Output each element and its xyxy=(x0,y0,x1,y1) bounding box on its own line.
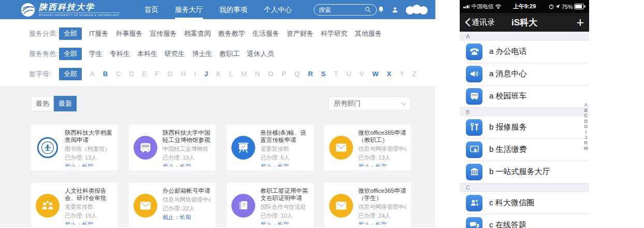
filter-option[interactable]: K xyxy=(216,70,221,78)
search-box[interactable] xyxy=(314,4,377,16)
list-item[interactable]: b 一站式服务大厅 xyxy=(460,161,589,183)
card-body: 人文社科类报告会、研讨会审批党委宣传部已办理: 19人截止：长期 xyxy=(65,187,113,224)
filter-option[interactable]: 资产财务 xyxy=(287,29,314,38)
filter-option[interactable]: 档案查阅 xyxy=(184,29,211,38)
service-hall-content: 最热 最新 所有部门 陕西科技大学档案查阅申请图书馆（档案馆）已办理: 13人截… xyxy=(0,87,435,227)
service-card[interactable]: 陕西科技大学中国轻工业博物馆参观须知及...中国轻工业博物馆已办理: 19人截止… xyxy=(129,125,215,170)
list-item[interactable]: c 科大微信圈 xyxy=(460,192,589,214)
filter-option[interactable]: 博士生 xyxy=(192,49,212,59)
search-input[interactable] xyxy=(319,6,364,13)
service-card[interactable]: 办公邮箱帐号申请信息与网络管理中心已办理: 22人截止：长期 xyxy=(129,183,215,228)
filter-option[interactable]: 退休人员 xyxy=(247,49,274,59)
card-dept: 中国轻工业博物馆 xyxy=(163,145,211,153)
list-item[interactable]: a 校园班车 xyxy=(460,85,589,107)
signal-strength-icon xyxy=(463,5,470,9)
index-letter[interactable]: I xyxy=(585,130,587,135)
service-card[interactable]: 陕西科技大学档案查阅申请图书馆（档案馆）已办理: 13人截止：长期 xyxy=(31,125,118,170)
index-letter[interactable]: A xyxy=(584,102,588,108)
card-dept: 图书馆（档案馆） xyxy=(65,145,113,153)
filter-option[interactable]: 生活服务 xyxy=(253,29,280,38)
logo-subtitle: SHAANXI UNIVERSITY OF SCIENCE & TECHNOLO… xyxy=(39,12,120,17)
index-letter[interactable]: J xyxy=(585,135,588,140)
user-avatar-blob[interactable] xyxy=(405,5,429,15)
filter-option[interactable]: 专科生 xyxy=(110,49,130,59)
back-button[interactable]: 通讯录 xyxy=(465,18,495,27)
filter-option[interactable]: Z xyxy=(413,70,417,78)
filter-option[interactable]: R xyxy=(308,70,313,78)
filter-option[interactable]: 全部 xyxy=(59,48,82,60)
filter-option[interactable]: O xyxy=(268,70,273,78)
nav-item-my-matters[interactable]: 我的事项 xyxy=(219,0,247,19)
service-card[interactable]: 微软office365申请（教职工）信息与网络管理中心已办理: 13人截止：长期 xyxy=(325,125,411,170)
filter-option[interactable]: L xyxy=(229,70,233,78)
list-item-label: a 办公电话 xyxy=(489,47,527,56)
filter-option[interactable]: 研究生 xyxy=(165,49,185,59)
list-item[interactable]: a 消息中心 xyxy=(460,63,589,85)
filter-option[interactable]: 教务教学 xyxy=(218,29,245,38)
filter-option[interactable]: 学生 xyxy=(89,49,103,59)
filter-option[interactable]: 本科生 xyxy=(137,49,157,59)
list-item[interactable]: b 报修服务 xyxy=(460,116,589,138)
bell-icon[interactable] xyxy=(377,5,385,14)
filter-option[interactable]: 其他服务 xyxy=(355,29,382,38)
tab-hottest[interactable]: 最热 xyxy=(31,96,54,111)
department-select[interactable]: 所有部门 xyxy=(328,96,411,111)
filter-option[interactable]: E xyxy=(142,70,147,78)
filter-option[interactable]: T xyxy=(334,70,338,78)
index-letter[interactable]: G xyxy=(584,124,588,130)
nav-item-personal-center[interactable]: 个人中心 xyxy=(264,0,292,19)
filter-option[interactable]: P xyxy=(282,70,286,78)
tab-newest[interactable]: 最新 xyxy=(54,96,77,111)
filter-option[interactable]: 宣传服务 xyxy=(150,29,177,38)
filter-option[interactable]: H xyxy=(181,70,186,78)
filter-option[interactable]: V xyxy=(359,70,364,78)
service-card[interactable]: 悬挂横(条)幅、设置宣传板申请党委宣传部已办理: 6人截止：长期 xyxy=(227,125,313,170)
filter-option[interactable]: W xyxy=(372,70,378,78)
nav-item-home[interactable]: 首页 xyxy=(144,0,158,19)
chevron-down-icon[interactable] xyxy=(435,8,440,11)
filter-option[interactable]: J xyxy=(204,70,208,78)
filter-option[interactable]: C xyxy=(116,70,121,78)
filter-option[interactable]: 科学研究 xyxy=(321,29,348,38)
service-card[interactable]: 人文社科类报告会、研讨会审批党委宣传部已办理: 19人截止：长期 xyxy=(31,183,118,228)
index-letter[interactable]: D xyxy=(584,119,588,124)
filter-options: 全部IT服务外事服务宣传服务档案查阅教务教学生活服务资产财务科学研究其他服务 xyxy=(59,27,382,40)
list-item[interactable]: b 生活缴费 xyxy=(460,138,589,161)
filter-option[interactable]: Y xyxy=(400,70,404,78)
filter-option[interactable]: A xyxy=(90,70,95,78)
index-letter[interactable]: R xyxy=(584,140,588,146)
service-card[interactable]: 微软office365申请（学生）信息与网络管理中心已办理: 24人截止：长期 xyxy=(325,183,411,228)
card-handled: 已办理: 24人 xyxy=(358,212,406,220)
battery-percent-label: 75% xyxy=(562,4,573,10)
list-item[interactable]: a 办公电话 xyxy=(460,40,589,63)
filter-option[interactable]: 全部 xyxy=(59,27,82,40)
filter-option[interactable]: S xyxy=(321,70,326,78)
filter-option[interactable]: B xyxy=(103,70,108,78)
status-left: 中国电信 xyxy=(463,3,502,10)
filter-option[interactable]: D xyxy=(129,70,134,78)
search-icon[interactable] xyxy=(364,6,372,13)
filter-option[interactable]: G xyxy=(167,70,172,78)
filter-option[interactable]: Q xyxy=(295,70,300,78)
add-button[interactable]: + xyxy=(576,16,584,29)
filter-option[interactable]: F xyxy=(155,70,159,78)
nav-item-service-hall[interactable]: 服务大厅 xyxy=(175,0,203,19)
filter-option[interactable]: N xyxy=(255,70,260,78)
index-letter[interactable]: W xyxy=(584,146,589,151)
filter-option[interactable]: 外事服务 xyxy=(116,29,143,38)
logo-title: 陕西科技大学 xyxy=(39,3,120,11)
list-item[interactable]: c 在线答题 xyxy=(460,214,589,228)
user-icon[interactable] xyxy=(391,6,399,14)
filter-option[interactable]: 全部 xyxy=(59,68,82,80)
index-letter[interactable]: C xyxy=(584,113,588,119)
filter-option[interactable]: M xyxy=(241,70,247,78)
filter-option[interactable]: X xyxy=(387,70,391,78)
department-select-value: 所有部门 xyxy=(334,99,361,108)
filter-option[interactable]: IT服务 xyxy=(89,29,109,38)
index-letter[interactable]: B xyxy=(584,108,588,113)
filter-option[interactable]: I xyxy=(194,70,196,78)
filter-option[interactable]: U xyxy=(346,70,351,78)
university-logo[interactable]: 陕西科技大学 SHAANXI UNIVERSITY OF SCIENCE & T… xyxy=(21,3,120,17)
service-card[interactable]: 教职工签证用中英文在职证明申请国际合作与交流处（港澳...已办理: 10人截止：… xyxy=(227,183,313,228)
filter-option[interactable]: 教职工 xyxy=(219,49,240,59)
